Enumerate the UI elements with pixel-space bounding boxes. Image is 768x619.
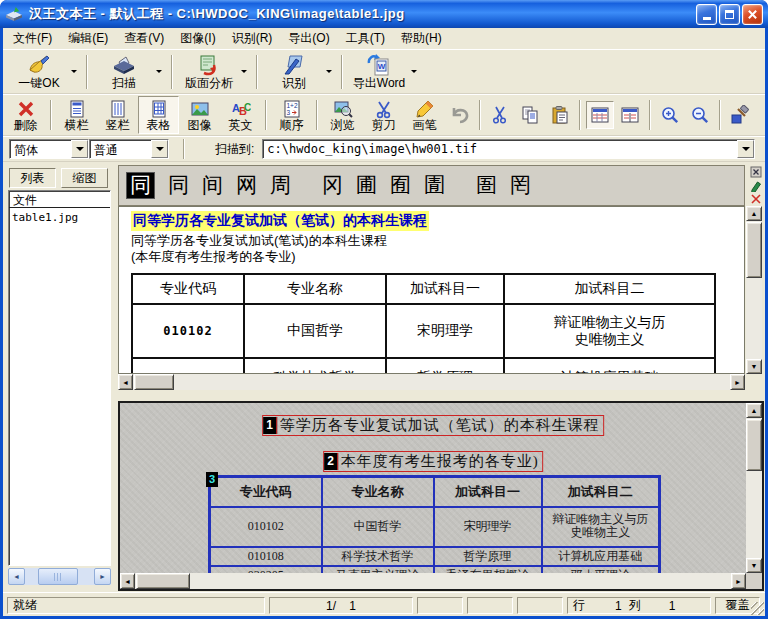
browse-button[interactable]: 浏览 — [322, 96, 363, 134]
undo-button[interactable] — [446, 101, 474, 129]
table-cell[interactable]: 宋明理学 — [434, 507, 542, 547]
result-vscrollbar[interactable]: ▲ ▼ — [746, 206, 762, 374]
tab-thumbnail[interactable]: 缩图 — [61, 168, 108, 188]
order-button[interactable]: 1+2 3 顺序 — [271, 96, 312, 134]
scroll-right-button[interactable]: ► — [731, 573, 746, 589]
reject-button[interactable] — [750, 193, 762, 205]
menu-file[interactable]: 文件(F) — [5, 28, 60, 49]
scroll-down-button[interactable]: ▼ — [746, 558, 762, 573]
table-cell[interactable]: 中国哲学 — [322, 507, 434, 547]
split-vertical-view-button[interactable] — [616, 101, 644, 129]
table-header-cell[interactable]: 加试科目一 — [386, 274, 504, 304]
horizontal-column-button[interactable]: 横栏 — [56, 96, 97, 134]
table-cell[interactable]: 哲学原理 — [386, 358, 504, 374]
table-cell[interactable]: 010108 — [210, 547, 322, 566]
table-header-cell[interactable]: 专业代码 — [210, 477, 322, 507]
minimize-button[interactable] — [696, 4, 717, 25]
scan-hscrollbar[interactable]: ◄ ► — [120, 573, 746, 589]
vertical-column-button[interactable]: 竖栏 — [97, 96, 138, 134]
region-marker[interactable]: 1 — [263, 417, 277, 434]
export-word-button[interactable]: W 导出Word — [348, 51, 421, 92]
candidate-item[interactable]: 间 — [202, 175, 223, 196]
menu-tools[interactable]: 工具(T) — [338, 28, 393, 49]
table-cell[interactable]: 毛泽东思想概论 — [434, 566, 542, 574]
table-cell[interactable]: 辩证唯物主义与历史唯物主义 — [504, 304, 715, 358]
file-item[interactable]: table1.jpg — [9, 208, 110, 227]
table-cell[interactable]: 010102 — [132, 304, 244, 358]
table-cell[interactable]: 中国哲学 — [244, 304, 386, 358]
delete-button[interactable]: 删除 — [5, 96, 46, 134]
scroll-up-button[interactable]: ▲ — [746, 403, 762, 418]
result-heading[interactable]: 同等学历各专业复试加试（笔试）的本科生课程 — [131, 211, 429, 231]
candidate-item[interactable]: 周 — [270, 175, 291, 196]
table-cell[interactable]: 010108 — [132, 358, 244, 374]
candidate-item[interactable]: 网 — [236, 175, 257, 196]
table-cell[interactable]: 邓小平理论 — [542, 566, 660, 574]
table-cell[interactable]: 030205 — [210, 566, 322, 574]
candidate-item[interactable]: 囿 — [390, 175, 411, 196]
table-cell[interactable]: 科学技术哲学 — [244, 358, 386, 374]
candidate-item[interactable]: 圄 — [476, 175, 497, 196]
scroll-thumb[interactable] — [746, 419, 762, 471]
scroll-right-button[interactable]: ► — [94, 568, 111, 585]
table-cell[interactable]: 计算机应用基础 — [504, 358, 715, 374]
menu-view[interactable]: 查看(V) — [116, 28, 172, 49]
menu-help[interactable]: 帮助(H) — [393, 28, 450, 49]
sidebar-hscrollbar[interactable]: ◄ ► — [8, 568, 111, 585]
layout-analysis-button[interactable]: 版面分析 — [178, 51, 251, 92]
scroll-thumb[interactable] — [134, 374, 174, 390]
scroll-down-button[interactable]: ▼ — [746, 359, 762, 374]
restore-box-button[interactable] — [750, 166, 762, 178]
menu-recognize[interactable]: 识别(R) — [224, 28, 281, 49]
table-cell[interactable]: 哲学原理 — [434, 547, 542, 566]
dropdown-arrow-icon[interactable] — [323, 55, 334, 89]
candidate-item[interactable]: 圃 — [356, 175, 377, 196]
panel-splitter[interactable] — [118, 390, 764, 401]
tab-list[interactable]: 列表 — [9, 168, 56, 188]
zoom-in-button[interactable] — [656, 101, 684, 129]
menu-export[interactable]: 导出(O) — [280, 28, 337, 49]
dropdown-arrow-icon[interactable] — [68, 55, 79, 89]
result-line-2[interactable]: (本年度有考生报考的各专业) — [131, 248, 296, 266]
dropdown-arrow-icon[interactable] — [238, 55, 249, 89]
scan-image[interactable]: 1 等学历各专业复试加试（笔试）的本科生课程 2 本年度有考生报考的各专业) 3… — [120, 403, 746, 573]
scroll-left-button[interactable]: ◄ — [120, 573, 135, 589]
scan-vscrollbar[interactable]: ▲ ▼ — [746, 403, 762, 573]
table-header-cell[interactable]: 专业名称 — [244, 274, 386, 304]
onekey-ok-button[interactable]: 一键OK — [8, 51, 81, 92]
table-header-cell[interactable]: 专业名称 — [322, 477, 434, 507]
table-cell[interactable]: 马克思主义理论 — [322, 566, 434, 574]
tools-button[interactable] — [726, 101, 754, 129]
table-region-button[interactable]: 表格 — [138, 96, 179, 134]
scan-button[interactable]: 扫描 — [93, 51, 166, 92]
scroll-left-button[interactable]: ◄ — [118, 374, 133, 390]
close-button[interactable] — [742, 4, 763, 25]
scroll-thumb[interactable] — [38, 568, 78, 585]
region-marker[interactable]: 2 — [324, 453, 338, 470]
charset-select[interactable]: 简体 — [9, 139, 89, 159]
scissors-button[interactable]: 剪刀 — [363, 96, 404, 134]
candidate-item[interactable]: 冈 — [322, 175, 343, 196]
scroll-left-button[interactable]: ◄ — [8, 568, 25, 585]
table-cell[interactable]: 010102 — [210, 507, 322, 547]
scan-region-3[interactable]: 3 专业代码 专业名称 加试科目一 加试科目二 010102 中国哲学 宋明理 — [208, 475, 661, 573]
chevron-down-icon[interactable] — [737, 140, 754, 158]
recognize-button[interactable]: 识别 — [263, 51, 336, 92]
menu-image[interactable]: 图像(I) — [172, 28, 223, 49]
table-cell[interactable]: 计算机应用基础 — [542, 547, 660, 566]
scan-region-2[interactable]: 2 本年度有考生报考的各专业) — [323, 451, 543, 472]
file-list-header[interactable]: 文件 — [9, 191, 110, 208]
table-header-cell[interactable]: 加试科目一 — [434, 477, 542, 507]
candidate-selected[interactable]: 同 — [126, 172, 155, 199]
chevron-down-icon[interactable] — [151, 140, 168, 158]
english-region-button[interactable]: A B C 英文 — [220, 96, 261, 134]
table-cell[interactable]: 科学技术哲学 — [322, 547, 434, 566]
table-cell[interactable]: 辩证唯物主义与历史唯物主义 — [542, 507, 660, 547]
quality-select[interactable]: 普通 — [89, 139, 169, 159]
table-header-cell[interactable]: 专业代码 — [132, 274, 244, 304]
candidate-item[interactable]: 同 — [168, 175, 189, 196]
brush-button[interactable]: 画笔 — [404, 96, 445, 134]
image-region-button[interactable]: 图像 — [179, 96, 220, 134]
split-horizontal-view-button[interactable] — [586, 101, 614, 129]
candidate-item[interactable]: 罔 — [510, 175, 531, 196]
